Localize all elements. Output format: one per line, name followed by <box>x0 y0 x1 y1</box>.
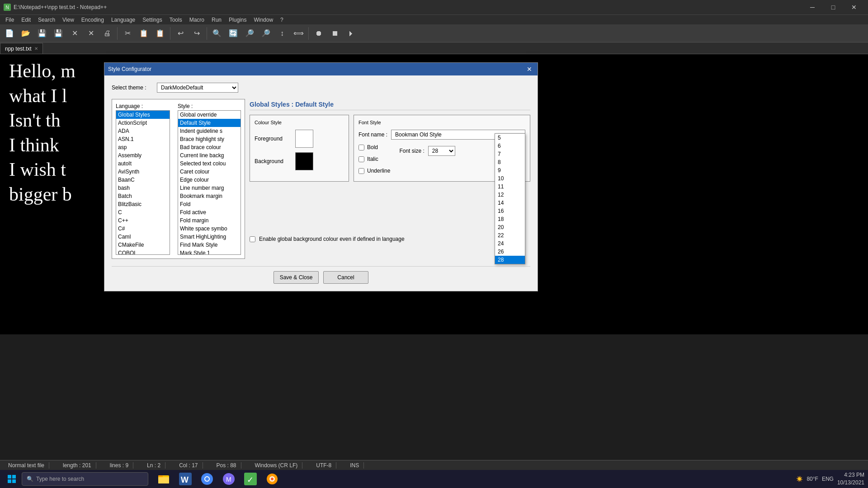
save-button[interactable]: 💾 <box>34 26 50 41</box>
fsd-20[interactable]: 20 <box>495 223 525 231</box>
lang-item-assembly[interactable]: Assembly <box>116 151 170 160</box>
menu-macro[interactable]: Macro <box>186 16 208 24</box>
doc-nav-button[interactable]: ⟺ <box>291 26 306 41</box>
macro-rec-button[interactable]: ⏺ <box>311 26 326 41</box>
dialog-close-button[interactable]: ✕ <box>525 65 534 74</box>
style-item-current-line[interactable]: Current line backg <box>178 151 241 160</box>
taskbar-clock[interactable]: 4:23 PM 10/13/2021 <box>837 471 864 487</box>
lang-item-actionscript[interactable]: ActionScript <box>116 119 170 127</box>
fsd-16[interactable]: 16 <box>495 207 525 215</box>
menu-search[interactable]: Search <box>34 16 59 24</box>
style-item-fold[interactable]: Fold <box>178 200 241 208</box>
lang-item-blitzbasic[interactable]: BlitzBasic <box>116 200 170 208</box>
style-item-selected-text[interactable]: Selected text colou <box>178 160 241 168</box>
copy-button[interactable]: 📋 <box>136 26 151 41</box>
style-item-brace-highlight[interactable]: Brace highlight sty <box>178 135 241 143</box>
start-button[interactable] <box>4 471 20 487</box>
style-item-bookmark[interactable]: Bookmark margin <box>178 192 241 200</box>
foreground-swatch[interactable] <box>295 130 313 148</box>
paste-button[interactable]: 📋 <box>152 26 168 41</box>
taskbar-paint[interactable] <box>262 470 282 488</box>
redo-button[interactable]: ↪ <box>189 26 204 41</box>
italic-checkbox[interactable] <box>359 156 364 162</box>
cancel-button[interactable]: Cancel <box>323 271 368 284</box>
language-listbox[interactable]: Global Styles ActionScript ADA ASN.1 asp… <box>116 110 170 255</box>
find-button[interactable]: 🔍 <box>209 26 225 41</box>
background-swatch[interactable] <box>295 152 313 170</box>
fsd-24[interactable]: 24 <box>495 239 525 248</box>
style-item-mark-style-1[interactable]: Mark Style 1 <box>178 249 241 255</box>
maximize-button[interactable]: □ <box>823 0 844 14</box>
style-item-fold-active[interactable]: Fold active <box>178 208 241 216</box>
taskbar-app5[interactable]: ✓ <box>241 470 260 488</box>
close-all-button[interactable]: ✕ <box>83 26 99 41</box>
fsd-28[interactable]: 28 <box>495 256 525 264</box>
menu-window[interactable]: Window <box>250 16 277 24</box>
menu-language[interactable]: Language <box>108 16 139 24</box>
style-item-caret[interactable]: Caret colour <box>178 168 241 176</box>
menu-run[interactable]: Run <box>208 16 225 24</box>
lang-item-ada[interactable]: ADA <box>116 127 170 135</box>
save-all-button[interactable]: 💾 <box>51 26 66 41</box>
lang-item-avisynth[interactable]: AviSynth <box>116 168 170 176</box>
replace-button[interactable]: 🔄 <box>226 26 241 41</box>
save-close-button[interactable]: Save & Close <box>274 271 319 284</box>
style-item-default[interactable]: Default Style <box>178 119 241 127</box>
taskbar-word[interactable]: W <box>175 470 195 488</box>
fsd-11[interactable]: 11 <box>495 183 525 191</box>
close-window-button[interactable]: ✕ <box>844 0 864 14</box>
tab-close-button[interactable]: ✕ <box>34 46 38 51</box>
zoom-out-button[interactable]: 🔎 <box>258 26 274 41</box>
lang-item-cpp[interactable]: C++ <box>116 216 170 225</box>
fsd-8[interactable]: 8 <box>495 158 525 166</box>
taskbar-app4[interactable]: M <box>219 470 239 488</box>
menu-settings[interactable]: Settings <box>139 16 165 24</box>
zoom-in-button[interactable]: 🔎 <box>242 26 257 41</box>
theme-select[interactable]: DarkModeDefault <box>157 83 238 93</box>
lang-item-asn1[interactable]: ASN.1 <box>116 135 170 143</box>
menu-edit[interactable]: Edit <box>18 16 34 24</box>
bold-checkbox[interactable] <box>359 145 364 150</box>
lang-item-autoit[interactable]: autoIt <box>116 160 170 168</box>
style-item-edge[interactable]: Edge colour <box>178 176 241 184</box>
style-item-bad-brace[interactable]: Bad brace colour <box>178 143 241 151</box>
menu-file[interactable]: File <box>2 16 18 24</box>
lang-item-bash[interactable]: bash <box>116 184 170 192</box>
fsd-26[interactable]: 26 <box>495 248 525 256</box>
lang-item-baanc[interactable]: BaanC <box>116 176 170 184</box>
macro-play-button[interactable]: ⏵ <box>344 26 359 41</box>
fsd-14[interactable]: 14 <box>495 199 525 207</box>
taskbar-explorer[interactable] <box>154 470 174 488</box>
fsd-6[interactable]: 6 <box>495 142 525 150</box>
taskbar-chrome[interactable] <box>197 470 217 488</box>
global-bg-checkbox[interactable] <box>250 236 255 242</box>
nav-button[interactable]: ↕ <box>274 26 290 41</box>
close-button[interactable]: ✕ <box>67 26 82 41</box>
style-item-global-override[interactable]: Global override <box>178 111 241 119</box>
taskbar-search[interactable]: 🔍 Type here to search <box>22 472 148 486</box>
lang-item-caml[interactable]: CamI <box>116 233 170 241</box>
fsd-12[interactable]: 12 <box>495 191 525 199</box>
menu-help[interactable]: ? <box>277 16 287 24</box>
style-item-find-mark[interactable]: Find Mark Style <box>178 241 241 249</box>
tab-npp-test[interactable]: npp test.txt ✕ <box>0 43 43 54</box>
style-item-smart-highlight[interactable]: Smart HighLighting <box>178 233 241 241</box>
style-item-indent[interactable]: Indent guideline s <box>178 127 241 135</box>
print-button[interactable]: 🖨 <box>99 26 115 41</box>
fsd-5[interactable]: 5 <box>495 134 525 142</box>
minimize-button[interactable]: ─ <box>802 0 823 14</box>
lang-item-csharp[interactable]: C# <box>116 225 170 233</box>
open-button[interactable]: 📂 <box>18 26 33 41</box>
fsd-7[interactable]: 7 <box>495 150 525 158</box>
lang-item-global-styles[interactable]: Global Styles <box>116 111 170 119</box>
style-item-fold-margin[interactable]: Fold margin <box>178 216 241 225</box>
menu-plugins[interactable]: Plugins <box>225 16 250 24</box>
fsd-10[interactable]: 10 <box>495 174 525 183</box>
menu-view[interactable]: View <box>59 16 78 24</box>
cut-button[interactable]: ✂ <box>120 26 135 41</box>
lang-item-c[interactable]: C <box>116 208 170 216</box>
font-size-select[interactable]: 28 <box>428 146 455 156</box>
undo-button[interactable]: ↩ <box>173 26 188 41</box>
fsd-22[interactable]: 22 <box>495 231 525 239</box>
fsd-18[interactable]: 18 <box>495 215 525 223</box>
